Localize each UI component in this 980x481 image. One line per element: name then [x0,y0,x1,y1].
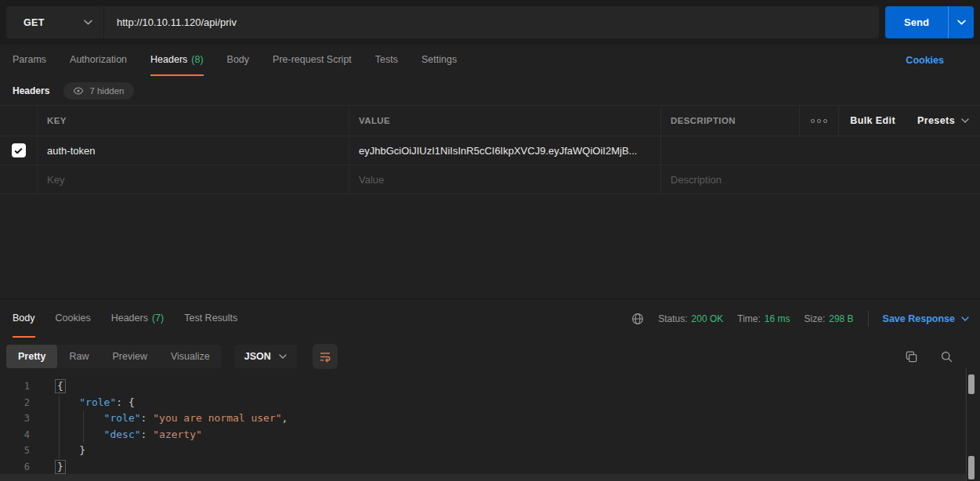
time-label: Time: [737,313,761,324]
response-tab-headers[interactable]: Headers (7) [111,299,165,338]
method-select[interactable]: GET [6,6,104,38]
send-button[interactable]: Send [885,6,948,38]
code-line: 6 } [0,459,980,476]
tab-headers[interactable]: Headers (8) [150,45,204,76]
status-label: Status: [658,313,687,324]
divider [868,311,869,327]
more-options-button[interactable] [799,106,839,136]
close-brace: } [55,460,66,474]
response-meta: Status: 200 OK Time: 16 ms Size: 298 B S… [631,299,974,338]
response-header: Body Cookies Headers (7) Test Results St… [0,298,980,338]
url-group: GET [6,6,879,38]
chevron-down-icon [961,118,969,123]
tab-body[interactable]: Body [227,45,250,76]
copy-icon[interactable] [905,350,918,363]
cookies-link[interactable]: Cookies [906,55,967,66]
size-label: Size: [805,313,826,324]
key-column-header: KEY [37,106,349,136]
vertical-scrollbar-thumb[interactable] [968,456,975,479]
code-line: 3 "role": "you are normal user", [0,410,980,427]
chevron-down-icon [279,354,287,359]
view-mode-preview[interactable]: Preview [100,345,158,368]
hidden-headers-label: 7 hidden [89,86,124,96]
size-metric: Size: 298 B [805,313,854,324]
empty-header-row: Key Value Description [0,165,980,193]
headers-table: KEY VALUE DESCRIPTION Bulk Edit Presets [0,105,980,194]
headers-panel-title: Headers [13,85,49,96]
save-response-button[interactable]: Save Response [883,313,969,324]
open-brace: { [55,379,66,393]
response-tabs: Body Cookies Headers (7) Test Results [6,299,237,338]
key-input-cell[interactable]: Key [37,165,349,193]
view-mode-pretty[interactable]: Pretty [6,345,57,368]
line-number: 2 [0,395,41,411]
url-input[interactable] [104,6,879,38]
tab-tests[interactable]: Tests [375,45,398,76]
format-label: JSON [244,351,271,362]
presets-dropdown[interactable]: Presets [906,106,980,136]
line-number: 6 [0,459,41,476]
code-line: 1 { [0,378,980,395]
globe-icon[interactable] [631,313,644,325]
eye-icon [73,85,84,96]
row-select-cell [0,165,37,193]
more-options-icon [811,119,827,123]
response-body-editor[interactable]: 1 { 2 "role": { 3 "role": "you are norma… [0,375,980,481]
tab-settings[interactable]: Settings [421,45,457,76]
view-mode-visualize[interactable]: Visualize [159,345,222,368]
tab-params[interactable]: Params [13,45,46,76]
request-bar: GET Send [0,0,980,45]
value-cell[interactable]: eyJhbGciOiJIUzI1NiIsInR5cCI6IkpXVCJ9.eyJ… [349,136,660,165]
response-tab-body[interactable]: Body [13,299,35,338]
response-action-icons [905,350,974,363]
headers-count-badge: (8) [191,54,203,65]
code-line: 5 } [0,443,980,459]
status-metric: Status: 200 OK [658,313,723,324]
description-input-cell[interactable]: Description [660,165,980,193]
headers-panel-header: Headers 7 hidden [0,76,980,105]
value-input-cell[interactable]: Value [349,165,660,193]
key-cell[interactable]: auth-token [37,136,349,165]
line-number: 4 [0,427,41,443]
response-tab-cookies[interactable]: Cookies [56,299,91,338]
status-value: 200 OK [692,313,724,324]
tab-authorization[interactable]: Authorization [70,45,127,76]
chevron-down-icon [961,316,969,321]
bulk-edit-button[interactable]: Bulk Edit [839,106,906,136]
request-tabs: Params Authorization Headers (8) Body Pr… [0,45,980,76]
send-options-button[interactable] [948,6,974,38]
wrap-text-icon [318,349,332,363]
request-panel-empty-space [0,194,980,298]
select-column-header [0,106,37,136]
horizontal-scrollbar[interactable] [0,474,966,481]
response-view-bar: Pretty Raw Preview Visualize JSON [0,338,980,375]
row-checkbox-checked[interactable] [12,143,26,157]
size-value: 298 B [829,313,853,324]
time-value: 16 ms [765,313,790,324]
chevron-down-icon [84,20,92,25]
tab-pre-request-script[interactable]: Pre-request Script [273,45,352,76]
send-split-button: Send [885,6,974,38]
row-select-cell [0,136,37,165]
vertical-scrollbar-thumb[interactable] [968,374,975,394]
code-line: 2 "role": { [0,395,980,411]
description-cell[interactable] [660,136,980,165]
format-select[interactable]: JSON [234,345,297,368]
table-header-row: KEY VALUE DESCRIPTION Bulk Edit Presets [0,106,980,136]
method-label: GET [24,17,45,28]
table-header-controls: Bulk Edit Presets [799,106,980,136]
value-column-header: VALUE [349,106,660,136]
indent-guide [59,395,60,459]
response-tab-test-results[interactable]: Test Results [184,299,237,338]
code-line: 4 "desc": "azerty" [0,427,980,443]
view-mode-raw[interactable]: Raw [57,345,100,368]
search-icon[interactable] [940,350,953,363]
wrap-text-button[interactable] [313,344,338,369]
indent-guide [83,411,84,443]
chevron-down-icon [957,20,966,25]
postman-request-window: GET Send Params Authorization Headers (8… [0,0,980,481]
hidden-headers-toggle[interactable]: 7 hidden [63,82,133,99]
response-headers-count-badge: (7) [152,313,164,324]
line-number: 5 [0,443,41,459]
header-row-auth-token: auth-token eyJhbGciOiJIUzI1NiIsInR5cCI6I… [0,136,980,165]
